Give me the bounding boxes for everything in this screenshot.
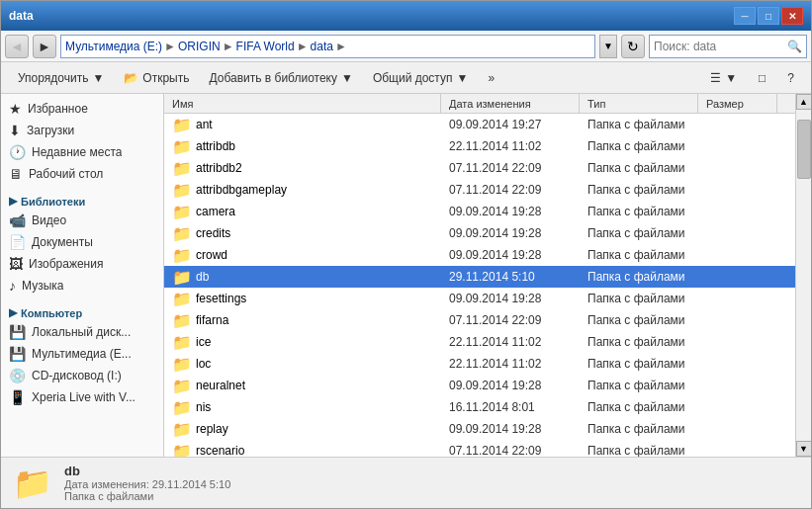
- video-icon: 📹: [9, 212, 26, 228]
- library-group-icon: ▶: [9, 195, 17, 208]
- images-icon: 🖼: [9, 256, 23, 272]
- table-row[interactable]: 📁 rscenario 07.11.2014 22:09 Папка с фай…: [164, 440, 795, 457]
- address-dropdown-button[interactable]: ▼: [599, 35, 617, 58]
- scroll-up-button[interactable]: ▲: [796, 94, 812, 110]
- back-button[interactable]: ◄: [5, 35, 29, 58]
- file-name: 📁 crowd: [164, 246, 441, 265]
- sidebar-item-multimedia[interactable]: 💾 Мультимедиа (E...: [1, 343, 163, 365]
- disk-icon-1: 💾: [9, 324, 26, 340]
- file-list-area: Имя Дата изменения Тип Размер 📁 ant 09.0…: [164, 94, 795, 457]
- search-icon[interactable]: 🔍: [787, 40, 802, 53]
- table-row[interactable]: 📁 crowd 09.09.2014 19:28 Папка с файлами: [164, 244, 795, 266]
- folder-icon: 📁: [172, 203, 192, 221]
- organize-label: Упорядочить: [18, 71, 88, 85]
- preview-button[interactable]: □: [750, 65, 774, 91]
- address-path[interactable]: Мультимедиа (E:) ► ORIGIN ► FIFA World ►…: [60, 35, 595, 58]
- path-part-3[interactable]: FIFA World: [236, 40, 295, 53]
- table-row[interactable]: 📁 fesettings 09.09.2014 19:28 Папка с фа…: [164, 288, 795, 309]
- file-date: 07.11.2014 22:09: [441, 183, 580, 197]
- file-date: 07.11.2014 22:09: [441, 161, 580, 175]
- forward-button[interactable]: ►: [33, 35, 56, 58]
- table-row[interactable]: 📁 fifarna 07.11.2014 22:09 Папка с файла…: [164, 309, 795, 331]
- refresh-button[interactable]: ↻: [621, 35, 645, 58]
- file-name: 📁 fifarna: [164, 311, 441, 330]
- file-name-label: credits: [196, 226, 230, 240]
- file-type: Папка с файлами: [580, 292, 698, 305]
- help-button[interactable]: ?: [778, 65, 803, 91]
- file-type: Папка с файлами: [580, 226, 698, 240]
- col-header-type[interactable]: Тип: [580, 94, 698, 113]
- sidebar-item-documents[interactable]: 📄 Документы: [1, 231, 163, 253]
- table-row[interactable]: 📁 ice 22.11.2014 11:02 Папка с файлами: [164, 331, 795, 353]
- sidebar-label-local-disk: Локальный диск...: [32, 325, 131, 339]
- path-part-2[interactable]: ORIGIN: [178, 40, 221, 53]
- sidebar-item-music[interactable]: ♪ Музыка: [1, 275, 163, 297]
- sidebar-group-libraries: ▶ Библиотеки: [1, 189, 163, 210]
- sidebar-item-desktop[interactable]: 🖥 Рабочий стол: [1, 163, 163, 185]
- add-library-label: Добавить в библиотеку: [209, 71, 337, 85]
- close-button[interactable]: ✕: [781, 7, 803, 25]
- sidebar-label-xperia: Xperia Live with V...: [32, 390, 135, 404]
- table-row[interactable]: 📁 credits 09.09.2014 19:28 Папка с файла…: [164, 222, 795, 244]
- col-header-size[interactable]: Размер: [698, 94, 777, 113]
- file-list-header: Имя Дата изменения Тип Размер: [164, 94, 795, 114]
- sidebar-item-video[interactable]: 📹 Видео: [1, 210, 163, 231]
- file-date: 07.11.2014 22:09: [441, 444, 580, 457]
- table-row[interactable]: 📁 attribdbgameplay 07.11.2014 22:09 Папк…: [164, 179, 795, 201]
- path-part-1[interactable]: Мультимедиа (E:): [65, 40, 162, 53]
- sidebar-item-recent[interactable]: 🕐 Недавние места: [1, 141, 163, 163]
- more-button[interactable]: »: [479, 65, 503, 91]
- table-row[interactable]: 📁 attribdb2 07.11.2014 22:09 Папка с фай…: [164, 157, 795, 179]
- file-name: 📁 fesettings: [164, 290, 441, 308]
- col-header-name[interactable]: Имя: [164, 94, 441, 113]
- file-name-label: attribdbgameplay: [196, 183, 287, 197]
- scroll-track[interactable]: [796, 110, 812, 441]
- table-row[interactable]: 📁 ant 09.09.2014 19:27 Папка с файлами: [164, 114, 795, 135]
- computer-group-icon: ▶: [9, 306, 17, 319]
- documents-icon: 📄: [9, 234, 26, 250]
- sidebar-item-local-disk[interactable]: 💾 Локальный диск...: [1, 321, 163, 343]
- file-name: 📁 camera: [164, 203, 441, 221]
- file-name: 📁 rscenario: [164, 442, 441, 458]
- file-date: 09.09.2014 19:28: [441, 205, 580, 218]
- scroll-thumb[interactable]: [797, 120, 811, 179]
- folder-icon: 📁: [172, 355, 192, 374]
- title-bar: data ─ □ ✕: [1, 1, 811, 31]
- sidebar-item-favorites[interactable]: ★ Избранное: [1, 98, 163, 120]
- open-button[interactable]: 📂 Открыть: [115, 65, 198, 91]
- sidebar-item-cd[interactable]: 💿 CD-дисковод (I:): [1, 365, 163, 386]
- table-row[interactable]: 📁 nis 16.11.2014 8:01 Папка с файлами: [164, 396, 795, 418]
- col-header-date[interactable]: Дата изменения: [441, 94, 580, 113]
- file-type: Папка с файлами: [580, 248, 698, 262]
- table-row[interactable]: 📁 neuralnet 09.09.2014 19:28 Папка с фай…: [164, 375, 795, 396]
- view-button[interactable]: ☰ ▼: [701, 65, 746, 91]
- share-button[interactable]: Общий доступ ▼: [364, 65, 478, 91]
- folder-icon: 📁: [172, 420, 192, 439]
- table-row[interactable]: 📁 replay 09.09.2014 19:28 Папка с файлам…: [164, 418, 795, 440]
- breadcrumb: Мультимедиа (E:) ► ORIGIN ► FIFA World ►…: [65, 40, 347, 53]
- file-date: 09.09.2014 19:28: [441, 422, 580, 436]
- sidebar-label-desktop: Рабочий стол: [29, 167, 103, 181]
- add-library-button[interactable]: Добавить в библиотеку ▼: [200, 65, 361, 91]
- help-icon: ?: [787, 71, 794, 85]
- minimize-button[interactable]: ─: [734, 7, 756, 25]
- main-content: ★ Избранное ⬇ Загрузки 🕐 Недавние места …: [1, 94, 811, 457]
- path-part-4[interactable]: data: [311, 40, 333, 53]
- table-row[interactable]: 📁 camera 09.09.2014 19:28 Папка с файлам…: [164, 201, 795, 222]
- scroll-down-button[interactable]: ▼: [796, 441, 812, 457]
- table-row[interactable]: 📁 db 29.11.2014 5:10 Папка с файлами: [164, 266, 795, 288]
- sidebar-item-images[interactable]: 🖼 Изображения: [1, 253, 163, 275]
- file-type: Папка с файлами: [580, 161, 698, 175]
- table-row[interactable]: 📁 loc 22.11.2014 11:02 Папка с файлами: [164, 353, 795, 375]
- search-input[interactable]: [654, 40, 783, 53]
- share-label: Общий доступ: [373, 71, 453, 85]
- sidebar-item-downloads[interactable]: ⬇ Загрузки: [1, 120, 163, 141]
- maximize-button[interactable]: □: [758, 7, 779, 25]
- folder-icon: 📁: [172, 181, 192, 200]
- sidebar-item-xperia[interactable]: 📱 Xperia Live with V...: [1, 386, 163, 408]
- folder-icon: 📁: [172, 159, 192, 178]
- organize-button[interactable]: Упорядочить ▼: [9, 65, 113, 91]
- right-scrollbar[interactable]: ▲ ▼: [795, 94, 811, 457]
- folder-icon: 📁: [172, 377, 192, 395]
- table-row[interactable]: 📁 attribdb 22.11.2014 11:02 Папка с файл…: [164, 135, 795, 157]
